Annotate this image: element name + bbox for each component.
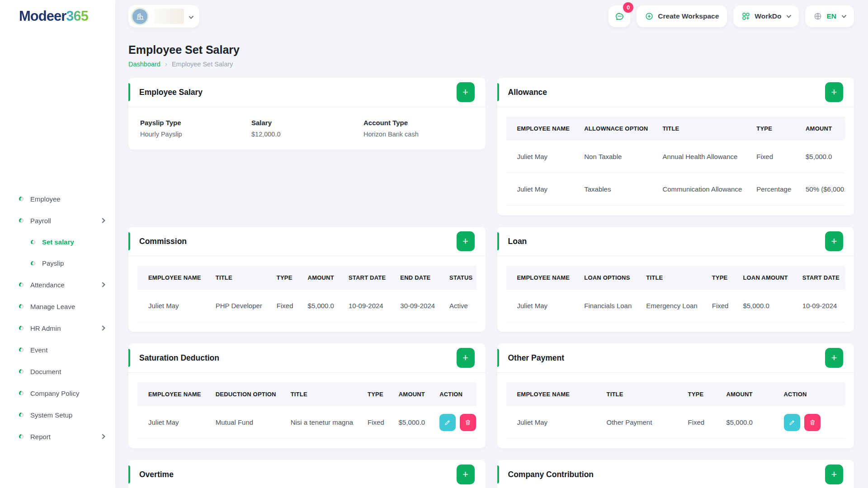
table-cell: Communication Allowance: [655, 173, 749, 206]
table-cell: Fixed: [681, 406, 719, 439]
table-row: Juliet MayFinancials LoanEmergency LoanF…: [506, 290, 845, 322]
chevron-down-icon: [189, 14, 194, 19]
salary-field: Salary $12,000.0: [251, 119, 363, 138]
card-header: Saturation Deduction +: [128, 343, 486, 373]
table-cell: Nisi a tenetur magna: [283, 406, 360, 439]
column-header: START DATE: [341, 266, 393, 290]
chevron-right-icon: [100, 434, 105, 439]
salary-field: Payslip Type Hourly Payslip: [140, 119, 251, 138]
table-cell: Juliet May: [137, 406, 208, 439]
table-wrapper: EMPLOYEE NAMEDEDUCTION OPTIONTITLETYPEAM…: [137, 382, 476, 439]
card-header: Allowance +: [497, 78, 854, 107]
breadcrumb-separator-icon: ›: [165, 60, 167, 68]
table-cell: Active: [442, 290, 476, 322]
bullet-icon: [19, 282, 24, 287]
sidebar-item-payroll[interactable]: Payroll: [6, 211, 111, 230]
messages-button[interactable]: 0: [609, 5, 630, 27]
delete-button[interactable]: [460, 414, 476, 431]
language-label: EN: [826, 12, 836, 20]
chevron-right-icon: [100, 218, 105, 223]
card-title: Loan: [508, 237, 527, 246]
table-row: Juliet MayOther PaymentFixed$5,000.0: [506, 406, 845, 439]
commission-table: EMPLOYEE NAMETITLETYPEAMOUNTSTART DATEEN…: [137, 266, 476, 322]
sidebar-item-employee[interactable]: Employee: [6, 190, 111, 208]
table-header-row: EMPLOYEE NAMELOAN OPTIONSTITLETYPELOAN A…: [506, 266, 845, 290]
bullet-icon: [19, 369, 24, 374]
card-header: Company Contribution +: [497, 460, 854, 488]
edit-button[interactable]: [439, 414, 456, 431]
column-header: ALLOWNACE OPTION: [577, 117, 655, 141]
add-employee-salary-button[interactable]: +: [457, 82, 475, 102]
sidebar-item-attendance[interactable]: Attendance: [6, 276, 111, 294]
sidebar-item-report[interactable]: Report: [6, 427, 111, 446]
column-header: EMPLOYEE NAME: [137, 266, 208, 290]
create-workspace-button[interactable]: Create Workspace: [637, 5, 727, 27]
saturation-deduction-card: Saturation Deduction + EMPLOYEE NAMEDEDU…: [128, 343, 486, 448]
sidebar-item-manage-leave[interactable]: Manage Leave: [6, 297, 111, 315]
workdo-menu-button[interactable]: WorkDo: [733, 5, 799, 27]
overtime-card: Overtime +: [128, 460, 486, 488]
column-header: LOAN OPTIONS: [577, 266, 639, 290]
sidebar-item-company-policy[interactable]: Company Policy: [6, 384, 111, 402]
salary-details: Payslip Type Hourly Payslip Salary $12,0…: [128, 107, 486, 150]
sidebar-item-event[interactable]: Event: [6, 341, 111, 359]
app-logo: Modeer365: [0, 0, 115, 33]
add-loan-button[interactable]: +: [825, 231, 843, 251]
sidebar-item-label: Employee: [30, 195, 61, 203]
column-header: TYPE: [681, 382, 719, 406]
add-saturation-deduction-button[interactable]: +: [457, 348, 475, 368]
bullet-icon: [31, 261, 35, 266]
page-title: Employee Set Salary: [128, 43, 854, 56]
loan-table: EMPLOYEE NAMELOAN OPTIONSTITLETYPELOAN A…: [506, 266, 845, 322]
column-header: DEDUCTION OPTION: [208, 382, 283, 406]
table-cell: $5,000.0: [736, 290, 795, 322]
add-commission-button[interactable]: +: [457, 231, 475, 251]
topbar-actions: 0 Create Workspace WorkDo EN: [609, 5, 854, 27]
table-cell: 10-09-2024: [341, 290, 393, 322]
sidebar-item-document[interactable]: Document: [6, 362, 111, 380]
card-header: Loan +: [497, 227, 854, 256]
workspace-selector[interactable]: [128, 5, 199, 28]
sidebar-item-payslip[interactable]: Payslip: [6, 254, 111, 272]
column-header: ACTION: [432, 382, 476, 406]
other-payment-table: EMPLOYEE NAMETITLETYPEAMOUNTACTIONJuliet…: [506, 382, 845, 439]
sidebar-item-label: Document: [30, 368, 61, 375]
sidebar-item-label: HR Admin: [30, 324, 61, 332]
sidebar-item-set-salary[interactable]: Set salary: [6, 233, 111, 251]
table-cell: Juliet May: [137, 290, 208, 322]
breadcrumb-dashboard-link[interactable]: Dashboard: [128, 61, 160, 68]
breadcrumb: Dashboard › Employee Set Salary: [128, 60, 854, 68]
add-overtime-button[interactable]: +: [457, 465, 475, 484]
field-label: Account Type: [363, 119, 419, 127]
allowance-table: EMPLOYEE NAMEALLOWNACE OPTIONTITLETYPEAM…: [506, 117, 845, 206]
column-header: TYPE: [360, 382, 392, 406]
edit-button[interactable]: [784, 414, 800, 431]
add-other-payment-button[interactable]: +: [825, 348, 843, 368]
table-cell: Fixed: [705, 290, 736, 322]
delete-button[interactable]: [804, 414, 821, 431]
card-title: Overtime: [139, 470, 174, 479]
table-cell: Financials Loan: [577, 290, 639, 322]
table-cell: Mutual Fund: [208, 406, 283, 439]
sidebar-item-system-setup[interactable]: System Setup: [6, 406, 111, 424]
building-icon: [136, 12, 145, 21]
add-company-contribution-button[interactable]: +: [825, 465, 843, 484]
commission-card: Commission + EMPLOYEE NAMETITLETYPEAMOUN…: [128, 227, 486, 332]
globe-icon: [813, 12, 822, 21]
card-header: Employee Salary +: [128, 78, 486, 107]
saturation-deduction-table: EMPLOYEE NAMEDEDUCTION OPTIONTITLETYPEAM…: [137, 382, 476, 439]
column-header: TITLE: [208, 266, 269, 290]
workspace-avatar: [131, 8, 149, 25]
column-header: TITLE: [283, 382, 360, 406]
table-cell: Juliet May: [506, 173, 577, 206]
breadcrumb-current: Employee Set Salary: [172, 61, 233, 68]
table-cell: $5,000.0: [798, 141, 845, 173]
language-selector[interactable]: EN: [805, 5, 854, 27]
table-wrapper: EMPLOYEE NAMETITLETYPEAMOUNTSTART DATEEN…: [137, 266, 476, 322]
sidebar-item-hr-admin[interactable]: HR Admin: [6, 319, 111, 337]
sidebar-item-label: Set salary: [42, 238, 74, 246]
chat-icon: [614, 11, 625, 22]
field-label: Salary: [251, 119, 363, 127]
add-allowance-button[interactable]: +: [825, 82, 843, 102]
chevron-right-icon: [100, 282, 105, 287]
